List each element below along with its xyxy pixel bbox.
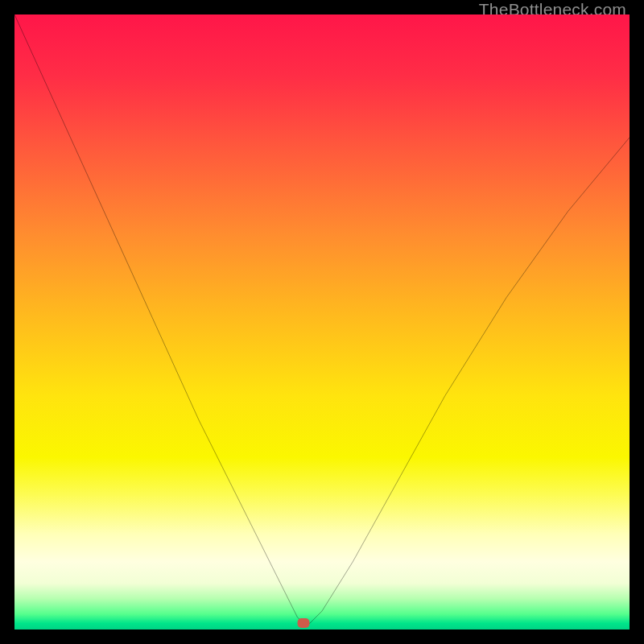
curve-path [14,14,630,623]
chart-frame: TheBottleneck.com [0,0,644,644]
optimum-marker [298,618,310,628]
plot-area [14,14,630,630]
bottleneck-curve [14,14,630,630]
